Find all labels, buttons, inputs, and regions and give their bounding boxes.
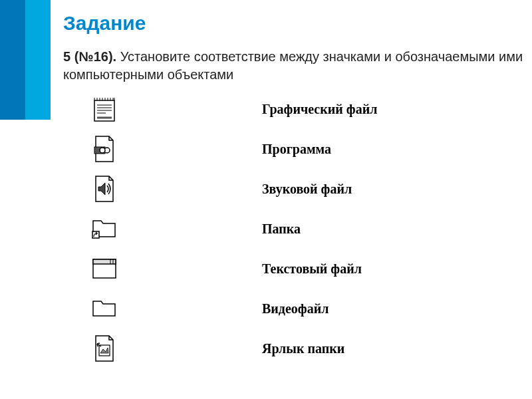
task-text: 5 (№16). Установите соответствие между з… xyxy=(63,48,532,84)
folder-shortcut-icon xyxy=(90,214,119,243)
match-label: Звуковой файл xyxy=(119,182,352,197)
image-file-icon xyxy=(90,334,119,363)
match-row: Ярлык папки xyxy=(90,329,532,368)
match-row: Папка xyxy=(90,209,532,249)
match-area: Графический файл Программа xyxy=(63,89,532,368)
match-row: Программа xyxy=(90,129,532,169)
match-row: Графический файл xyxy=(90,89,532,129)
sidebar-stripe-light xyxy=(25,0,51,120)
sidebar-stripe-dark xyxy=(0,0,25,120)
svg-rect-11 xyxy=(93,259,116,264)
video-file-icon xyxy=(90,134,119,164)
match-label: Программа xyxy=(119,142,331,157)
audio-file-icon xyxy=(90,174,119,203)
text-document-icon xyxy=(90,94,119,124)
match-row: Звуковой файл xyxy=(90,169,532,209)
match-label: Графический файл xyxy=(119,102,377,117)
page-title: Задание xyxy=(63,12,532,35)
program-window-icon xyxy=(90,254,119,283)
task-body: Установите соответствие между значками и… xyxy=(63,49,523,82)
svg-point-8 xyxy=(100,148,105,153)
match-row: Видеофайл xyxy=(90,289,532,329)
content: Задание 5 (№16). Установите соответствие… xyxy=(0,0,532,368)
match-label: Видеофайл xyxy=(119,301,329,317)
match-label: Текстовый файл xyxy=(119,261,362,277)
match-label: Ярлык папки xyxy=(119,341,344,356)
match-label: Папка xyxy=(119,221,301,237)
match-row: Текстовый файл xyxy=(90,249,532,289)
task-number: 5 (№16). xyxy=(63,49,116,64)
folder-icon xyxy=(90,294,119,323)
